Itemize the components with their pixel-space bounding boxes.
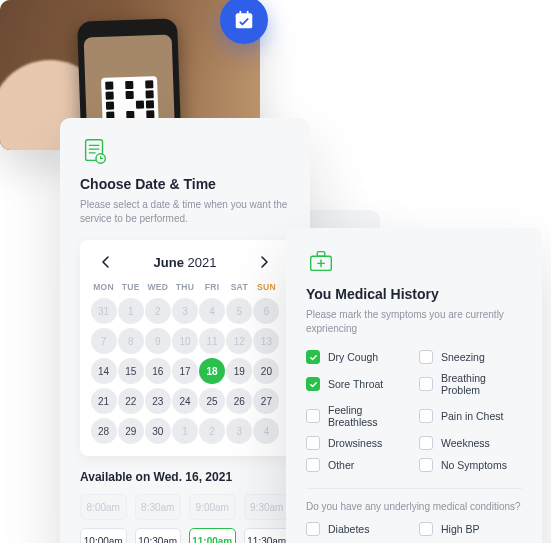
time-slot: 9:00am	[189, 494, 236, 520]
month-label: June 2021	[154, 255, 217, 270]
time-slot[interactable]: 10:30am	[135, 528, 182, 543]
checkbox-item[interactable]: Other	[306, 458, 409, 472]
medical-card-subtitle: Please mark the symptoms you are current…	[306, 308, 522, 336]
checkbox-label: Other	[328, 459, 354, 471]
calendar-day[interactable]: 17	[172, 358, 198, 384]
calendar-day[interactable]: 22	[118, 388, 144, 414]
medical-kit-icon	[306, 246, 336, 276]
calendar-day[interactable]: 26	[226, 388, 252, 414]
checkbox-icon	[419, 409, 433, 423]
calendar-day[interactable]: 16	[145, 358, 171, 384]
checkbox-icon	[306, 350, 320, 364]
calendar-day: 3	[172, 298, 198, 324]
checkbox-item[interactable]: Sore Throat	[306, 372, 409, 396]
checkbox-icon	[306, 458, 320, 472]
weekday-label: SUN	[253, 282, 280, 298]
calendar-day: 13	[253, 328, 279, 354]
calendar-day[interactable]: 29	[118, 418, 144, 444]
calendar-day[interactable]: 21	[91, 388, 117, 414]
weekday-label: THU	[171, 282, 198, 298]
calendar-day: 2	[199, 418, 225, 444]
weekday-label: WED	[144, 282, 171, 298]
calendar-day: 4	[199, 298, 225, 324]
checkbox-item[interactable]: Weekness	[419, 436, 522, 450]
calendar-day: 5	[226, 298, 252, 324]
available-title: Available on Wed. 16, 2021	[80, 470, 290, 484]
checkbox-icon	[419, 436, 433, 450]
time-slot: 9:30am	[244, 494, 291, 520]
calendar-check-icon	[233, 9, 255, 31]
checkbox-label: High BP	[441, 523, 480, 535]
calendar-grid: 3112345678910111213141516171819202122232…	[90, 298, 280, 444]
checkbox-label: Drowsiness	[328, 437, 382, 449]
calendar-day: 31	[91, 298, 117, 324]
checkbox-label: Diabetes	[328, 523, 369, 535]
checkbox-item[interactable]: Drowsiness	[306, 436, 409, 450]
calendar-day[interactable]: 18	[199, 358, 225, 384]
checkbox-item[interactable]: High BP	[419, 522, 522, 536]
prev-month-button[interactable]	[96, 252, 116, 272]
calendar-day[interactable]: 20	[253, 358, 279, 384]
time-slot[interactable]: 11:30am	[244, 528, 291, 543]
chevron-left-icon	[102, 256, 110, 268]
note-icon	[80, 136, 110, 166]
checkbox-label: Breathing Problem	[441, 372, 522, 396]
svg-rect-2	[239, 11, 241, 16]
calendar-day[interactable]: 24	[172, 388, 198, 414]
time-slot[interactable]: 11:00am	[189, 528, 236, 543]
svg-rect-3	[247, 11, 249, 16]
checkbox-label: No Symptoms	[441, 459, 507, 471]
checkbox-label: Weekness	[441, 437, 490, 449]
svg-rect-10	[317, 252, 325, 257]
calendar-day: 8	[118, 328, 144, 354]
calendar-day: 6	[253, 298, 279, 324]
time-slot: 8:30am	[135, 494, 182, 520]
weekday-label: SAT	[226, 282, 253, 298]
checkbox-item[interactable]: Breathing Problem	[419, 372, 522, 396]
calendar-day: 10	[172, 328, 198, 354]
checkbox-item[interactable]: Diabetes	[306, 522, 409, 536]
next-month-button[interactable]	[254, 252, 274, 272]
calendar-day[interactable]: 27	[253, 388, 279, 414]
checkbox-item[interactable]: Pain in Chest	[419, 404, 522, 428]
calendar-day[interactable]: 19	[226, 358, 252, 384]
divider	[306, 488, 522, 489]
calendar-weekdays: MONTUEWEDTHUFRISATSUN	[90, 282, 280, 298]
calendar-card: Choose Date & Time Please select a date …	[60, 118, 310, 543]
checkbox-item[interactable]: No Symptoms	[419, 458, 522, 472]
checkbox-icon	[306, 409, 320, 423]
symptoms-list: Dry CoughSneezingSore ThroatBreathing Pr…	[306, 350, 522, 472]
checkbox-icon	[419, 350, 433, 364]
calendar-day[interactable]: 23	[145, 388, 171, 414]
svg-rect-1	[236, 14, 253, 19]
calendar-day: 12	[226, 328, 252, 354]
calendar-day[interactable]: 14	[91, 358, 117, 384]
calendar-day[interactable]: 15	[118, 358, 144, 384]
checkbox-item[interactable]: Dry Cough	[306, 350, 409, 364]
medical-card-title: You Medical History	[306, 286, 522, 302]
checkbox-item[interactable]: Feeling Breathless	[306, 404, 409, 428]
calendar-day: 11	[199, 328, 225, 354]
calendar-card-title: Choose Date & Time	[80, 176, 290, 192]
checkbox-item[interactable]: Sneezing	[419, 350, 522, 364]
weekday-label: TUE	[117, 282, 144, 298]
calendar-day: 3	[226, 418, 252, 444]
time-slots: 8:00am8:30am9:00am9:30am10:00am10:30am11…	[80, 494, 290, 543]
checkbox-label: Pain in Chest	[441, 410, 503, 422]
checkbox-label: Dry Cough	[328, 351, 378, 363]
calendar-day[interactable]: 28	[91, 418, 117, 444]
calendar-card-subtitle: Please select a date & time when you wan…	[80, 198, 290, 226]
calendar-day[interactable]: 25	[199, 388, 225, 414]
checkbox-label: Feeling Breathless	[328, 404, 409, 428]
underlying-question: Do you have any underlying medical condi…	[306, 501, 522, 512]
checkbox-icon	[306, 522, 320, 536]
weekday-label: MON	[90, 282, 117, 298]
conditions-list: DiabetesHigh BPHeart DiseaseKidney Disea…	[306, 522, 522, 543]
calendar-day[interactable]: 30	[145, 418, 171, 444]
checkbox-icon	[419, 458, 433, 472]
time-slot[interactable]: 10:00am	[80, 528, 127, 543]
calendar-day: 1	[172, 418, 198, 444]
time-slot: 8:00am	[80, 494, 127, 520]
checkbox-icon	[419, 377, 433, 391]
calendar-day: 7	[91, 328, 117, 354]
